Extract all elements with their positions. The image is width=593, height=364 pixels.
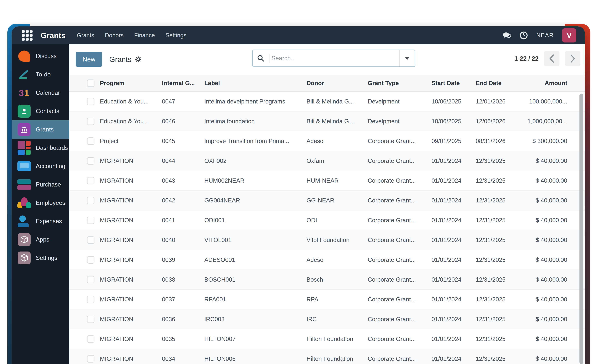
cell-internal: 0047 <box>162 98 204 105</box>
messages-icon[interactable] <box>503 31 511 39</box>
column-header[interactable]: End Date <box>476 80 524 87</box>
column-header[interactable]: Donor <box>306 80 368 87</box>
search-input[interactable] <box>270 55 399 62</box>
table-row[interactable]: MIGRATION 0043 HUM002NEAR HUM-NEAR Corpo… <box>69 171 585 191</box>
cell-donor: Bill & Melinda G... <box>306 118 368 125</box>
cell-program: MIGRATION <box>100 256 162 263</box>
column-header[interactable]: Label <box>204 80 306 87</box>
row-checkbox[interactable] <box>87 137 94 145</box>
activities-clock-icon[interactable] <box>519 31 528 39</box>
column-header[interactable]: Amount <box>524 80 567 87</box>
cell-end-date: 12/01/2026 <box>476 98 524 105</box>
app-window: Grants GrantsDonorsFinanceSettings <box>12 26 585 364</box>
cell-program: MIGRATION <box>100 316 162 323</box>
sidebar-item-contacts[interactable]: Contacts <box>12 102 69 120</box>
table-row[interactable]: Education & You... 0046 Intelima foundat… <box>69 111 585 131</box>
cell-program: MIGRATION <box>100 197 162 204</box>
cell-end-date: 12/06/2026 <box>476 118 524 125</box>
cell-end-date: 12/31/2025 <box>476 157 524 164</box>
cell-internal: 0036 <box>162 316 204 323</box>
cell-grant-type: Corporate Grant... <box>368 237 431 243</box>
table-row[interactable]: Education & You... 0047 Intelima develpm… <box>69 92 585 111</box>
sidebar-item-accounting[interactable]: Accounting <box>12 157 69 176</box>
navbar-menu-item[interactable]: Finance <box>134 32 155 39</box>
search-filter-dropdown[interactable] <box>399 50 415 66</box>
sidebar-item-employees[interactable]: Employees <box>12 194 69 212</box>
cell-amount: $ 40,000.00 <box>524 356 567 362</box>
navbar-menu-item[interactable]: Settings <box>166 32 186 39</box>
dashboards-icon <box>17 141 31 155</box>
table-row[interactable]: MIGRATION 0037 RPA001 RPA Corporate Gran… <box>69 290 585 309</box>
table-row[interactable]: MIGRATION 0036 IRC003 IRC Corporate Gran… <box>69 309 585 329</box>
row-checkbox[interactable] <box>87 355 94 363</box>
table-row[interactable]: MIGRATION 0039 ADESO001 Adeso Corporate … <box>69 250 585 270</box>
cell-label: Improve Transition from Prima... <box>204 138 306 144</box>
cell-donor: GG-NEAR <box>306 197 368 204</box>
row-checkbox[interactable] <box>87 217 94 224</box>
control-bar: New Grants <box>69 44 585 75</box>
cell-grant-type: Develpment <box>368 118 431 125</box>
navbar-menu-item[interactable]: Donors <box>105 32 124 39</box>
column-header[interactable]: Internal G... <box>162 80 204 87</box>
row-checkbox[interactable] <box>87 98 94 105</box>
sidebar-item-purchase[interactable]: Purchase <box>12 176 69 194</box>
sidebar: Discuss To-do 31 Calendar Contacts Grant… <box>12 44 69 364</box>
sidebar-item-discuss[interactable]: Discuss <box>12 47 69 65</box>
cell-label: BOSCH001 <box>204 276 306 283</box>
row-checkbox[interactable] <box>87 177 94 184</box>
pager-range: 1-22 / 22 <box>514 55 539 62</box>
sidebar-item-expenses[interactable]: Expenses <box>12 212 69 230</box>
column-header[interactable]: Grant Type <box>368 80 431 87</box>
accounting-icon <box>17 159 31 173</box>
column-header[interactable]: Program <box>100 80 162 87</box>
table-row[interactable]: MIGRATION 0040 VITOL001 Vitol Foundation… <box>69 230 585 250</box>
sidebar-item-to-do[interactable]: To-do <box>12 65 69 84</box>
cell-amount: 1,000,000,00... <box>524 118 567 125</box>
navbar-menu-item[interactable]: Grants <box>77 32 94 39</box>
user-avatar[interactable]: V <box>562 28 576 42</box>
vertical-scrollbar[interactable] <box>580 94 583 364</box>
sidebar-item-grants[interactable]: Grants <box>12 120 69 139</box>
sidebar-item-dashboards[interactable]: Dashboards <box>12 139 69 157</box>
cell-program: Project <box>100 138 162 144</box>
row-checkbox[interactable] <box>87 157 94 165</box>
cell-label: HILTON006 <box>204 356 306 362</box>
table-row[interactable]: MIGRATION 0042 GG004NEAR GG-NEAR Corpora… <box>69 191 585 210</box>
settings-icon <box>17 251 31 265</box>
row-checkbox[interactable] <box>87 296 94 303</box>
table-row[interactable]: MIGRATION 0044 OXF002 Oxfam Corporate Gr… <box>69 151 585 171</box>
grants-icon <box>17 123 31 136</box>
row-checkbox[interactable] <box>87 256 94 264</box>
cell-program: MIGRATION <box>100 296 162 303</box>
row-checkbox[interactable] <box>87 236 94 244</box>
table-row[interactable]: MIGRATION 0038 BOSCH001 Bosch Corporate … <box>69 270 585 290</box>
sidebar-item-settings[interactable]: Settings <box>12 249 69 267</box>
cell-end-date: 12/31/2025 <box>476 316 524 323</box>
select-all-checkbox[interactable] <box>87 79 94 87</box>
table-row[interactable]: MIGRATION 0035 HILTON007 Hilton Foundati… <box>69 329 585 349</box>
pager-next-button[interactable] <box>565 51 580 66</box>
new-button[interactable]: New <box>76 52 102 67</box>
row-checkbox[interactable] <box>87 197 94 204</box>
cell-amount: $ 40,000.00 <box>524 237 567 243</box>
sidebar-item-calendar[interactable]: 31 Calendar <box>12 84 69 102</box>
apps-grid-icon[interactable] <box>22 30 33 41</box>
row-checkbox[interactable] <box>87 118 94 125</box>
table-row[interactable]: Project 0045 Improve Transition from Pri… <box>69 131 585 151</box>
table-row[interactable]: MIGRATION 0034 HILTON006 Hilton Foundati… <box>69 349 585 364</box>
todo-icon <box>17 68 31 81</box>
cell-label: HILTON007 <box>204 336 306 342</box>
cell-internal: 0039 <box>162 256 204 263</box>
pager-previous-button[interactable] <box>544 51 559 66</box>
cell-amount: $ 40,000.00 <box>524 217 567 224</box>
gear-icon[interactable] <box>135 56 142 63</box>
company-name[interactable]: NEAR <box>536 32 554 39</box>
cell-donor: IRC <box>306 316 368 323</box>
row-checkbox[interactable] <box>87 316 94 323</box>
column-header[interactable]: Start Date <box>431 80 476 87</box>
row-checkbox[interactable] <box>87 276 94 283</box>
table-row[interactable]: MIGRATION 0041 ODI001 ODI Corporate Gran… <box>69 210 585 230</box>
cell-donor: Bill & Melinda G... <box>306 98 368 105</box>
sidebar-item-apps[interactable]: Apps <box>12 230 69 249</box>
row-checkbox[interactable] <box>87 335 94 343</box>
